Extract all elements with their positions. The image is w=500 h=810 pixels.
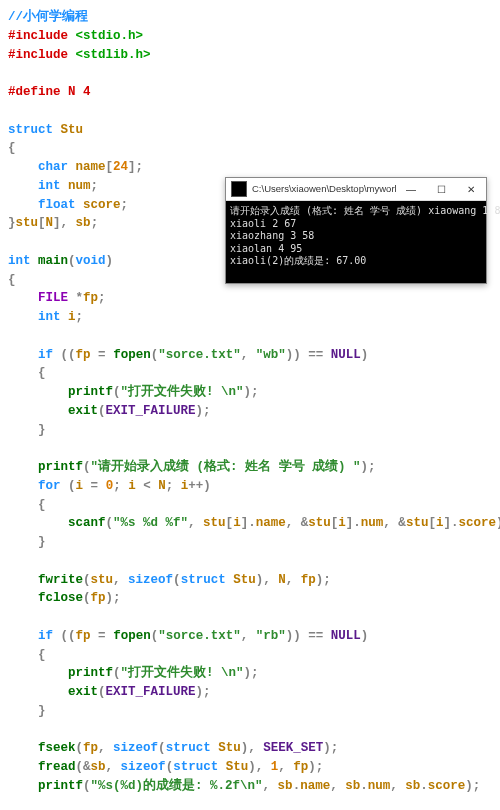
console-line: xiaoli 2 67 <box>230 218 296 229</box>
console-window: C:\Users\xiaowen\Desktop\myworkspce\STRU… <box>225 177 487 284</box>
console-icon <box>231 181 247 197</box>
include-1: #include <box>8 29 76 43</box>
minimize-button[interactable]: — <box>396 178 426 200</box>
console-line: xiaolan 4 95 <box>230 243 302 254</box>
console-body: 请开始录入成绩 (格式: 姓名 学号 成绩) xiaowang 1 89 xia… <box>226 201 486 283</box>
define-line: #define N <box>8 85 83 99</box>
console-line: xiaozhang 3 58 <box>230 230 314 241</box>
include-2: #include <box>8 48 76 62</box>
console-titlebar[interactable]: C:\Users\xiaowen\Desktop\myworkspce\STRU… <box>226 178 486 201</box>
code-editor: //小何学编程 #include <stdio.h> #include <std… <box>8 8 492 810</box>
comment-line: //小何学编程 <box>8 10 88 24</box>
close-button[interactable]: ✕ <box>456 178 486 200</box>
maximize-button[interactable]: ☐ <box>426 178 456 200</box>
console-line: xiaoli(2)的成绩是: 67.00 <box>230 255 366 266</box>
console-line: 请开始录入成绩 (格式: 姓名 学号 成绩) xiaowang 1 89 <box>230 205 500 216</box>
console-title: C:\Users\xiaowen\Desktop\myworkspce\STRU… <box>252 182 396 196</box>
